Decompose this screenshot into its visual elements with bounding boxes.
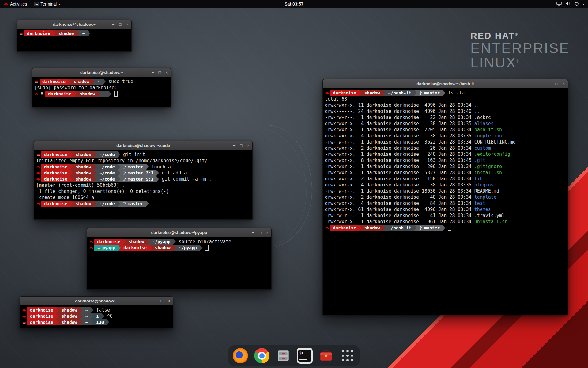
window-titlebar[interactable]: darknoise@shadow:~ − □ × <box>32 68 171 77</box>
minimize-button[interactable]: − <box>252 231 254 235</box>
powerline-arrow-icon <box>53 30 56 36</box>
file-name: .git <box>474 158 485 163</box>
terminal-cursor <box>448 225 451 231</box>
files-icon <box>276 348 291 363</box>
terminal-content[interactable]: darknoiseshadow~falsedarknoiseshadow~1^C… <box>20 305 173 327</box>
prompt-segment: darknoise <box>24 30 53 36</box>
terminal-output-line: Initialized empty Git repository in /hom… <box>36 158 250 164</box>
powerline-arrow-icon <box>94 151 96 158</box>
prompt-segment: darknoise <box>40 79 68 85</box>
prompt-segment: 130 <box>93 319 107 325</box>
powerline-arrow-icon <box>118 245 121 251</box>
terminal-prompt-line: darknoiseshadow~/codemaster <box>36 201 250 207</box>
file-name: .editorconfig <box>474 151 510 157</box>
clock[interactable]: Sat 03:57 <box>285 2 303 6</box>
powerline-arrow-icon <box>94 201 96 207</box>
terminal-content[interactable]: darknoiseshadow~/bash-itmasterls -latota… <box>323 88 568 232</box>
prompt-segment: ~/code <box>96 164 118 170</box>
window-titlebar[interactable]: darknoise@shadow:~/code − □ × <box>34 141 252 150</box>
dock-chrome-icon[interactable] <box>254 348 270 364</box>
terminal-content[interactable]: darknoiseshadow~sudo true[sudo] password… <box>32 77 171 98</box>
prompt-segment: master <box>417 90 443 96</box>
powerline-arrow-icon <box>118 170 120 176</box>
prompt-segment: ~/code <box>96 170 118 176</box>
powerline-arrow-icon <box>94 164 96 170</box>
redhat-icon <box>34 80 39 83</box>
minimize-button[interactable]: − <box>233 144 236 148</box>
window-titlebar[interactable]: darknoise@shadow:~ − □ × <box>17 20 131 29</box>
close-button[interactable]: × <box>266 231 268 235</box>
redhat-icon <box>36 178 40 181</box>
terminal-output-line: total 68 <box>325 96 566 102</box>
dock-firefox-icon[interactable] <box>232 348 248 364</box>
file-listing-row: drwxrwxr-x. 4 darknoise darknoise 38 Jan… <box>325 133 566 139</box>
dock: $> <box>228 345 360 366</box>
terminal-content[interactable]: darknoiseshadow~ <box>17 29 131 38</box>
terminal-content[interactable]: darknoiseshadow~/codegit initInitialized… <box>34 150 252 208</box>
powerline-arrow-icon <box>70 170 73 176</box>
terminal-prompt-line: #darknoiseshadow~ <box>34 91 169 97</box>
file-listing-row: drwxrwxr-x. 2 darknoise darknoise 26 Jan… <box>325 145 566 151</box>
terminal-content[interactable]: darknoiseshadow~/pyappsource bin/activat… <box>87 237 271 252</box>
maximize-button[interactable]: □ <box>161 299 163 303</box>
powerline-arrow-icon <box>149 245 152 251</box>
prompt-segment: pyapp <box>94 245 118 251</box>
maximize-button[interactable]: □ <box>556 82 558 86</box>
window-titlebar[interactable]: darknoise@shadow:~/pyapp − □ × <box>87 228 271 237</box>
file-name: themes <box>474 207 491 212</box>
prompt-segment: darknoise <box>121 245 149 251</box>
prompt-segment: ~ <box>100 91 108 97</box>
powerline-arrow-icon <box>383 225 385 231</box>
prompt-segment: shadow <box>73 164 94 170</box>
close-button[interactable]: × <box>168 299 170 303</box>
file-name: template <box>474 194 496 200</box>
powerline-arrow-icon <box>118 164 120 170</box>
terminal-cursor <box>112 320 115 325</box>
powerline-arrow-icon <box>91 319 93 325</box>
volume-icon <box>566 2 571 6</box>
redhat-icon <box>36 202 40 205</box>
file-name: completion <box>474 133 502 139</box>
system-status-area[interactable]: ▾ <box>553 2 588 7</box>
minimize-button[interactable]: − <box>548 82 551 86</box>
activities-button[interactable]: Activities <box>0 0 31 8</box>
file-listing-row: -rwxrwxr-x. 1 darknoise darknoise 5327 J… <box>325 170 566 176</box>
window-titlebar[interactable]: darknoise@shadow:~ − □ × <box>20 297 173 305</box>
powerline-arrow-icon <box>88 30 90 36</box>
minimize-button[interactable]: − <box>112 22 115 26</box>
terminal-output-line: 1 file changed, 0 insertions(+), 0 delet… <box>36 188 250 194</box>
git-branch-icon <box>123 202 126 206</box>
powerline-arrow-icon <box>80 307 82 313</box>
maximize-button[interactable]: □ <box>240 144 243 148</box>
close-button[interactable]: × <box>126 22 128 26</box>
file-name: .gitignore <box>474 164 502 169</box>
close-button[interactable]: × <box>247 144 249 148</box>
prompt-segment: shadow <box>59 319 80 325</box>
redhat-icon <box>22 309 26 312</box>
powerline-arrow-icon <box>77 30 79 36</box>
minimize-button[interactable]: − <box>154 299 156 303</box>
powerline-arrow-icon <box>91 307 93 313</box>
file-listing-row: drwxrwxr-x. 2 darknoise darknoise 40 Jan… <box>325 194 566 200</box>
maximize-button[interactable]: □ <box>119 22 122 26</box>
window-titlebar[interactable]: darknoise@shadow:~/bash-it − □ × <box>323 79 568 88</box>
minimize-button[interactable]: − <box>152 71 154 75</box>
prompt-segment: ~ <box>82 319 90 325</box>
close-button[interactable]: × <box>165 71 168 75</box>
powerline-arrow-icon <box>414 225 417 231</box>
dock-show-apps-icon[interactable] <box>340 348 356 364</box>
command-text: sudo true <box>108 79 133 85</box>
file-listing-row: drwxrwxr-x. 4 darknoise darknoise 84 Jan… <box>325 200 566 206</box>
maximize-button[interactable]: □ <box>159 71 161 75</box>
prompt-segment: ~ <box>82 313 90 319</box>
close-button[interactable]: × <box>562 82 565 86</box>
dock-software-icon[interactable] <box>318 348 334 364</box>
terminal-prompt-line: darknoiseshadow~ <box>19 30 129 36</box>
dock-files-icon[interactable] <box>275 348 291 364</box>
terminal-prompt-line: darknoiseshadow~1^C <box>22 313 171 319</box>
maximize-button[interactable]: □ <box>259 231 262 235</box>
dock-terminal-icon[interactable]: $> <box>297 348 313 364</box>
powerline-arrow-icon <box>107 319 109 325</box>
app-menu-terminal[interactable]: Terminal ▾ <box>31 0 64 8</box>
redhat-icon <box>22 315 26 318</box>
